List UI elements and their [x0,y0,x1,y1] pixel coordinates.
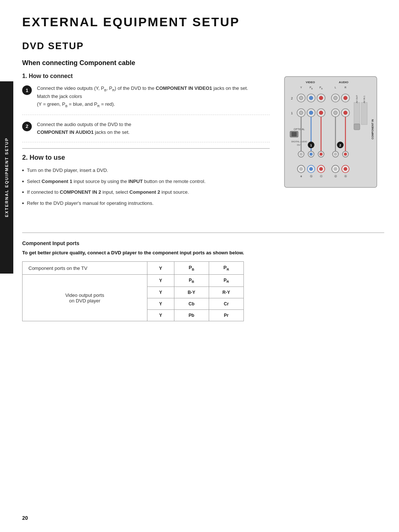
header-pb: PB [174,262,209,275]
row2-pr: R-Y [209,287,243,298]
svg-point-61 [299,167,303,171]
header-label: Component ports on the TV [23,262,147,275]
tv-ports-svg: COMPONENT IN VIDEO AUDIO Y PB PR L R 2 1 [281,73,381,210]
svg-rect-31 [354,102,360,125]
row4-pb: Pb [174,310,209,321]
how-to-use-title: 2. How to use [22,148,270,162]
svg-text:COMPONENT IN: COMPONENT IN [371,119,374,139]
row3-y: Y [147,298,174,310]
row1-y: Y [147,274,174,287]
bullet-1: Turn on the DVD player, insert a DVD. [22,167,270,174]
svg-text:ⓓ: ⓓ [334,175,337,177]
svg-point-49 [320,153,323,156]
bullet-4-text: Refer to the DVD player's manual for ope… [27,200,154,207]
svg-rect-35 [354,124,360,130]
svg-text:VIDEO: VIDEO [306,81,315,84]
dvd-label-cell: Video output portson DVD player [23,274,147,321]
side-tab-text: EXTERNAL EQUIPMENT SETUP [4,138,9,217]
svg-point-12 [299,96,303,100]
ports-table: Component ports on the TV Y PB PR Video … [22,261,244,321]
svg-point-43 [300,153,303,156]
bullet-3: If connected to COMPONENT IN 2 input, se… [22,189,270,196]
svg-point-63 [309,167,313,171]
svg-text:2: 2 [291,96,293,100]
how-to-connect-title: 1. How to connect [22,73,270,79]
svg-rect-38 [291,132,297,136]
step-2: 2 Connect the audio outputs of the DVD t… [22,121,270,143]
table-row: Video output portson DVD player Y PB PR [23,274,244,287]
tv-diagram: COMPONENT IN VIDEO AUDIO Y PB PR L R 2 1 [281,73,384,218]
svg-text:OPTICAL: OPTICAL [294,128,305,131]
svg-text:AUDIO: AUDIO [339,81,348,84]
step-2-text: Connect the audio outputs of the DVD to … [37,121,131,136]
svg-text:AV OUT: AV OUT [356,95,358,103]
svg-point-30 [344,111,347,115]
row1-pb: PB [174,274,209,287]
svg-text:R: R [344,86,346,89]
step-1-number: 1 [22,85,32,95]
svg-text:ɑ: ɑ [300,175,302,177]
svg-point-16 [319,96,323,100]
table-header-row: Component ports on the TV Y PB PR [23,262,244,275]
component-ports-desc: To get better picture quality, connect a… [22,250,384,255]
svg-point-54 [334,153,337,156]
svg-point-26 [319,111,323,115]
svg-text:L: L [335,86,336,89]
page-number: 20 [22,515,28,521]
bullet-2: Select Component 1 input source by using… [22,178,270,185]
row3-pb: Cb [174,298,209,310]
svg-rect-33 [361,102,367,125]
svg-point-28 [334,111,337,115]
bullet-4: Refer to the DVD player's manual for ope… [22,200,270,207]
page-title: EXTERNAL EQUIPMENT SETUP [22,15,384,29]
step-1: 1 Connect the video outputs (Y, PB, PR) … [22,85,270,115]
svg-point-24 [309,111,313,115]
bullet-3-text: If connected to COMPONENT IN 2 input, se… [27,189,189,196]
svg-text:ⓔ: ⓔ [344,175,347,177]
header-pr: PR [209,262,243,275]
svg-text:Y: Y [300,86,302,89]
side-tab: EXTERNAL EQUIPMENT SETUP [0,81,13,274]
step-2-number: 2 [22,122,32,131]
svg-text:1: 1 [291,111,293,115]
bullet-2-text: Select Component 1 input source by using… [27,178,205,185]
row3-pr: Cr [209,298,243,310]
svg-point-67 [334,167,337,171]
bullet-1-text: Turn on the DVD player, insert a DVD. [27,167,108,174]
svg-point-14 [309,96,313,100]
svg-point-69 [344,167,347,171]
svg-text:2: 2 [339,143,341,147]
row1-pr: PR [209,274,243,287]
component-ports-title: Component Input ports [22,240,384,246]
svg-point-22 [299,111,303,115]
svg-text:AV IN 1: AV IN 1 [363,95,365,103]
component-ports-section: Component Input ports To get better pict… [22,233,384,321]
row4-pr: Pr [209,310,243,321]
subsection-title: When connecting Component cable [22,59,384,67]
section-title: DVD SETUP [22,40,384,52]
row2-y: Y [147,287,174,298]
svg-point-57 [344,153,347,156]
header-y: Y [147,262,174,275]
row4-y: Y [147,310,174,321]
svg-text:ⓑ: ⓑ [310,175,313,177]
svg-text:DIGITAL AUDIO: DIGITAL AUDIO [291,140,307,143]
svg-point-18 [334,96,337,100]
svg-point-65 [319,167,323,171]
svg-point-46 [310,153,313,156]
step-1-text: Connect the video outputs (Y, PB, PR) of… [37,85,248,109]
svg-point-20 [344,96,347,100]
row2-pb: B-Y [174,287,209,298]
svg-text:ⓒ: ⓒ [320,175,323,177]
svg-text:1: 1 [310,143,312,147]
